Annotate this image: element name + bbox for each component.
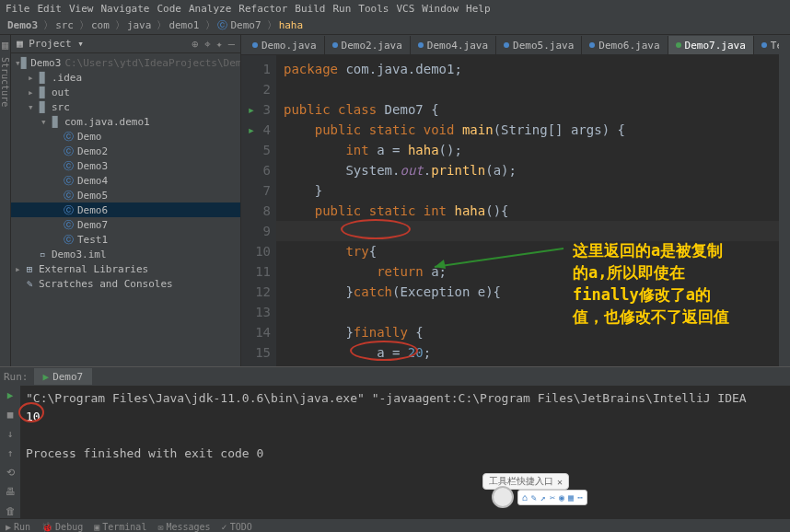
menu-window[interactable]: Window <box>422 3 459 15</box>
menu-code[interactable]: Code <box>157 3 181 15</box>
structure-tool-label[interactable]: Structure <box>0 57 10 107</box>
tab-demo-java[interactable]: Demo.java <box>245 36 325 54</box>
settings-icon[interactable]: ✦ <box>216 38 223 51</box>
code-line-3[interactable]: public class Demo7 { <box>284 99 790 120</box>
menu-vcs[interactable]: VCS <box>396 3 414 15</box>
annotation-circle-output <box>18 402 44 422</box>
run-tab-label: Run: <box>4 371 29 383</box>
tool-icon-7[interactable]: ⋯ <box>577 492 583 503</box>
breadcrumb-project[interactable]: Demo3 <box>7 19 38 31</box>
menu-run[interactable]: Run <box>332 3 351 15</box>
svg-line-0 <box>435 249 563 267</box>
breadcrumb-com[interactable]: com <box>91 19 110 31</box>
assistant-bubble-icon[interactable] <box>492 486 514 508</box>
tool-icon-1[interactable]: ⌂ <box>522 492 528 503</box>
tree-row--idea[interactable]: ▸▉.idea <box>11 70 240 85</box>
up-icon[interactable]: ↑ <box>7 447 14 459</box>
stop-icon[interactable]: ■ <box>7 409 14 421</box>
menu-help[interactable]: Help <box>466 3 491 15</box>
console-toolbar: ▶ ■ ↓ ↑ ⟲ 🖶 🗑 <box>0 386 20 518</box>
code-line-2[interactable] <box>284 79 790 99</box>
tab-demo6-java[interactable]: Demo6.java <box>582 36 668 54</box>
tree-row-demo5[interactable]: ⓒDemo5 <box>11 188 240 202</box>
project-tree[interactable]: ▾▉Demo3 C:\Users\ytd\IdeaProjects\Demo3▸… <box>11 53 240 366</box>
down-icon[interactable]: ↓ <box>7 428 14 440</box>
tree-row-com-java-demo1[interactable]: ▾▉com.java.demo1 <box>11 114 240 129</box>
annotation-circle-1 <box>341 219 411 239</box>
tool-icon-6[interactable]: ▦ <box>568 492 574 503</box>
sb-debug[interactable]: 🐞 Debug <box>41 522 83 532</box>
tab-demo2-java[interactable]: Demo2.java <box>325 36 411 54</box>
tree-row-demo7[interactable]: ⓒDemo7 <box>11 217 240 232</box>
code-line-1[interactable]: package com.java.demo1; <box>284 59 790 79</box>
project-panel: ▦ Project ▾ ⊕ ⌖ ✦ — ▾▉Demo3 C:\Users\ytd… <box>11 35 241 366</box>
right-tool-strip <box>779 35 790 366</box>
tree-row-out[interactable]: ▸▉out <box>11 85 240 99</box>
menu-file[interactable]: File <box>6 3 30 15</box>
menu-navigate[interactable]: Navigate <box>101 3 150 15</box>
tree-row-demo6[interactable]: ⓒDemo6 <box>11 202 240 217</box>
console-panel: Run: ▶Demo7 ▶ ■ ↓ ↑ ⟲ 🖶 🗑 "C:\Program Fi… <box>0 366 790 518</box>
annotation-text: 这里返回的a是被复制的a,所以即使在finally修改了a的值，也修改不了返回值 <box>573 239 738 328</box>
menubar: File Edit View Navigate Code Analyze Ref… <box>0 0 790 17</box>
tool-icon-5[interactable]: ◉ <box>559 492 564 503</box>
statusbar: ▶ Run 🐞 Debug ▣ Terminal ✉ Messages ✓ TO… <box>0 518 790 532</box>
tree-row-demo2[interactable]: ⓒDemo2 <box>11 144 240 158</box>
menu-build[interactable]: Build <box>295 3 325 15</box>
tab-demo4-java[interactable]: Demo4.java <box>411 36 496 54</box>
sb-todo[interactable]: ✓ TODO <box>222 522 252 532</box>
code-line-7[interactable]: } <box>284 180 790 201</box>
floating-toolbar[interactable]: ⌂ ✎ ↗ ✂ ◉ ▦ ⋯ <box>492 486 587 508</box>
console-cmd-line: "C:\Program Files\Java\jdk-11.0.6\bin\ja… <box>26 389 784 408</box>
code-line-5[interactable]: int a = haha(); <box>284 140 790 160</box>
tree-row-src[interactable]: ▾▉src <box>11 99 240 114</box>
breadcrumb-bar: Demo3 〉src 〉com 〉java 〉demo1 〉ⓒ Demo7 〉h… <box>0 17 790 35</box>
rerun-icon[interactable]: ▶ <box>7 389 14 401</box>
trash-icon[interactable]: 🗑 <box>6 505 16 517</box>
code-line-8[interactable]: public static int haha(){ <box>284 201 790 221</box>
menu-refactor[interactable]: Refactor <box>238 3 287 15</box>
menu-analyze[interactable]: Analyze <box>189 3 231 15</box>
annotation-arrow <box>425 239 573 276</box>
breadcrumb-class[interactable]: Demo7 <box>231 19 261 31</box>
code-editor[interactable]: 12▸ 3▸ 45678910111213141516 package com.… <box>241 55 790 366</box>
tool-icon-3[interactable]: ↗ <box>540 492 546 503</box>
breadcrumb-src[interactable]: src <box>55 19 74 31</box>
tab-demo5-java[interactable]: Demo5.java <box>496 36 582 54</box>
tree-row-demo4[interactable]: ⓒDemo4 <box>11 173 240 188</box>
tree-row-demo[interactable]: ⓒDemo <box>11 129 240 144</box>
sb-terminal[interactable]: ▣ Terminal <box>94 522 146 532</box>
locate-icon[interactable]: ⌖ <box>204 38 211 51</box>
menu-tools[interactable]: Tools <box>358 3 389 15</box>
wrap-icon[interactable]: ⟲ <box>6 467 15 479</box>
line-gutter: 12▸ 3▸ 45678910111213141516 <box>241 55 276 366</box>
tree-row-demo3-iml[interactable]: ▫Demo3.iml <box>11 247 240 261</box>
annotation-circle-2 <box>350 341 418 361</box>
tool-icon-4[interactable]: ✂ <box>550 492 555 503</box>
sb-messages[interactable]: ✉ Messages <box>157 522 210 532</box>
tree-row-external-libraries[interactable]: ▸⊞External Libraries <box>11 261 240 276</box>
tool-icon-2[interactable]: ✎ <box>531 492 537 503</box>
code-line-4[interactable]: public static void main(String[] args) { <box>284 120 790 140</box>
code-line-6[interactable]: System.out.println(a); <box>284 160 790 180</box>
hide-icon[interactable]: — <box>228 38 235 51</box>
tree-row-scratches-and-consoles[interactable]: ✎Scratches and Consoles <box>11 276 240 291</box>
code-line-16[interactable]: } <box>284 363 790 366</box>
run-config-tab[interactable]: ▶Demo7 <box>34 368 93 385</box>
print-icon[interactable]: 🖶 <box>6 486 16 498</box>
sb-run[interactable]: ▶ Run <box>6 522 30 532</box>
breadcrumb-demo1[interactable]: demo1 <box>168 19 199 31</box>
console-output[interactable]: "C:\Program Files\Java\jdk-11.0.6\bin\ja… <box>20 386 790 518</box>
tab-demo7-java[interactable]: Demo7.java <box>668 36 754 54</box>
project-tool-icon[interactable]: ▦ <box>2 39 8 52</box>
tree-row-demo3[interactable]: ▾▉Demo3 C:\Users\ytd\IdeaProjects\Demo3 <box>11 55 240 70</box>
editor-tabs: Demo.javaDemo2.javaDemo4.javaDemo5.javaD… <box>241 35 790 55</box>
breadcrumb-method[interactable]: haha <box>279 19 304 31</box>
menu-view[interactable]: View <box>69 3 94 15</box>
collapse-icon[interactable]: ⊕ <box>192 38 198 51</box>
tree-row-test1[interactable]: ⓒTest1 <box>11 232 240 247</box>
close-icon[interactable]: ✕ <box>557 477 563 487</box>
breadcrumb-java[interactable]: java <box>127 19 152 31</box>
tree-row-demo3[interactable]: ⓒDemo3 <box>11 158 240 173</box>
menu-edit[interactable]: Edit <box>38 3 63 15</box>
